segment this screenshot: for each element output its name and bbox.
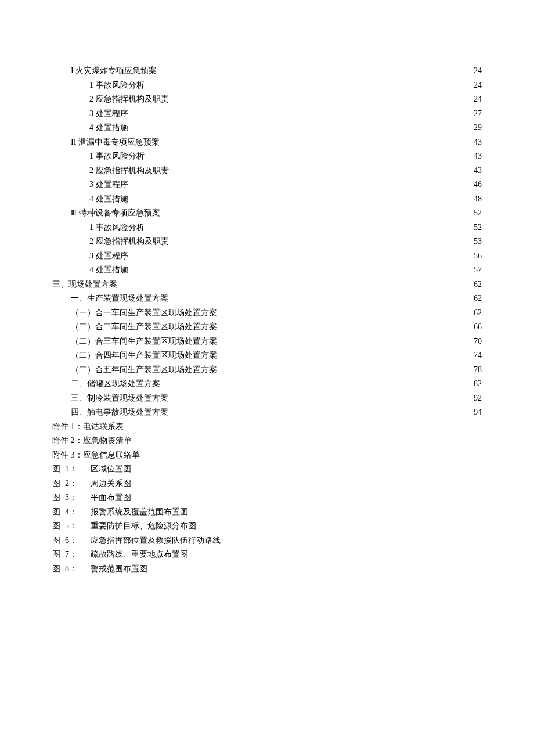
toc-page-number: 78: [472, 363, 482, 377]
toc-label: 四、触电事故现场处置方案: [71, 405, 168, 420]
toc-entry: 2 应急指挥机构及职责 53: [52, 235, 482, 249]
toc-page-number: 57: [472, 263, 482, 278]
toc-label: II 泄漏中毒专项应急预案: [71, 135, 160, 150]
toc-page-number: 27: [472, 107, 482, 121]
toc-page-number: 52: [472, 206, 482, 221]
toc-entry: 2 应急指挥机构及职责 43: [52, 164, 482, 178]
toc-page-number: 24: [472, 78, 482, 93]
figure-number: 8：: [65, 562, 91, 577]
toc-page-number: 56: [472, 249, 482, 264]
toc-entry: （二）合三车间生产装置区现场处置方案70: [52, 334, 482, 349]
toc-page-number: 46: [472, 178, 482, 192]
figure-label: 图: [52, 562, 65, 577]
figure-number: 5：: [65, 519, 91, 534]
toc-page-number: 43: [472, 135, 482, 150]
toc-page-number: 48: [472, 192, 482, 207]
figure-line: 图1：区域位置图: [52, 462, 482, 477]
figure-label: 图: [52, 462, 65, 477]
toc-label: 1 事故风险分析: [89, 149, 145, 164]
figure-label: 图: [52, 491, 65, 505]
toc-label: 4 处置措施: [89, 121, 128, 135]
toc-label: （二）合二车间生产装置区现场处置方案: [71, 320, 217, 334]
figure-title: 平面布置图: [91, 491, 482, 505]
figure-label: 图: [52, 548, 65, 562]
figure-label: 图: [52, 519, 65, 534]
toc-entry: （一）合一车间生产装置区现场处置方案62: [52, 306, 482, 321]
toc-label: （二）合五年间生产装置区现场处置方案: [71, 363, 217, 377]
toc-page-number: 24: [472, 92, 482, 107]
attachment-line: 附件 2：应急物资清单: [52, 434, 482, 448]
figure-number: 6：: [65, 534, 91, 548]
figure-number: 7：: [65, 548, 91, 562]
toc-entry: （二）合五年间生产装置区现场处置方案78: [52, 363, 482, 377]
toc-entry: 4 处置措施 48: [52, 192, 482, 207]
toc-entry: 2 应急指挥机构及职责 24: [52, 92, 482, 107]
figure-label: 图: [52, 505, 65, 520]
toc-entry: （二）合二车间生产装置区现场处置方案66: [52, 320, 482, 334]
toc-label: 2 应急指挥机构及职责: [89, 235, 169, 249]
toc-page-number: 74: [472, 348, 482, 363]
toc-label: 二、储罐区现场处置方案: [71, 377, 160, 391]
toc-label: 2 应急指挥机构及职责: [89, 92, 169, 107]
toc-page-number: 43: [472, 164, 482, 178]
figure-number: 2：: [65, 477, 91, 491]
toc-page-number: 43: [472, 149, 482, 164]
toc-page-number: 62: [472, 278, 482, 292]
toc-entry: 1 事故风险分析 43: [52, 149, 482, 164]
toc-entry: I 火灾爆炸专项应急预案 24: [52, 64, 482, 78]
toc-entry: 1 事故风险分析 24: [52, 78, 482, 93]
figure-title: 疏散路线、重要地点布置图: [91, 548, 482, 562]
toc-label: I 火灾爆炸专项应急预案: [71, 64, 157, 78]
attachments-list: 附件 1：电话联系表附件 2：应急物资清单附件 3：应急信息联络单: [52, 420, 482, 463]
toc-label: 3 处置程序: [89, 107, 128, 121]
toc-label: 三、制冷装置现场处置方案: [71, 391, 168, 406]
toc-entry: 3 处置程序 56: [52, 249, 482, 264]
toc-label: 3 处置程序: [89, 249, 128, 264]
toc-entry: （二）合四年间生产装置区现场处置方案74: [52, 348, 482, 363]
toc-entry: 1 事故风险分析 52: [52, 221, 482, 235]
attachment-line: 附件 3：应急信息联络单: [52, 448, 482, 463]
figure-line: 图6：应急指挥部位置及救援队伍行动路线: [52, 534, 482, 548]
toc-entry: 二、储罐区现场处置方案 82: [52, 377, 482, 391]
toc-label: 1 事故风险分析: [89, 221, 145, 235]
toc-entry: 4 处置措施 57: [52, 263, 482, 278]
toc-page-number: 62: [472, 306, 482, 321]
figure-line: 图5：重要防护目标、危险源分布图: [52, 519, 482, 534]
toc-label: 4 处置措施: [89, 192, 128, 207]
table-of-contents: I 火灾爆炸专项应急预案 241 事故风险分析 242 应急指挥机构及职责 24…: [52, 64, 482, 420]
figure-title: 周边关系图: [91, 477, 482, 491]
toc-entry: 3 处置程序 46: [52, 178, 482, 192]
figure-label: 图: [52, 477, 65, 491]
toc-label: （二）合四年间生产装置区现场处置方案: [71, 348, 217, 363]
toc-page-number: 82: [472, 377, 482, 391]
toc-label: 4 处置措施: [89, 263, 128, 278]
toc-label: （一）合一车间生产装置区现场处置方案: [71, 306, 217, 321]
figure-line: 图3：平面布置图: [52, 491, 482, 505]
figure-line: 图7：疏散路线、重要地点布置图: [52, 548, 482, 562]
figure-label: 图: [52, 534, 65, 548]
toc-label: Ⅲ 特种设备专项应急预案: [71, 206, 160, 221]
toc-page-number: 92: [472, 391, 482, 406]
toc-page-number: 70: [472, 334, 482, 349]
figure-line: 图2：周边关系图: [52, 477, 482, 491]
attachment-line: 附件 1：电话联系表: [52, 420, 482, 434]
figure-title: 警戒范围布置图: [91, 562, 482, 577]
toc-entry: 一、生产装置现场处置方案 62: [52, 291, 482, 306]
toc-page-number: 94: [472, 405, 482, 420]
toc-label: 1 事故风险分析: [89, 78, 145, 93]
figure-number: 3：: [65, 491, 91, 505]
toc-entry: 三、制冷装置现场处置方案 92: [52, 391, 482, 406]
toc-page-number: 24: [472, 64, 482, 78]
figure-title: 区域位置图: [91, 462, 482, 477]
figure-line: 图8：警戒范围布置图: [52, 562, 482, 577]
figure-title: 应急指挥部位置及救援队伍行动路线: [91, 534, 482, 548]
toc-label: （二）合三车间生产装置区现场处置方案: [71, 334, 217, 349]
figure-number: 4：: [65, 505, 91, 520]
toc-entry: 三、现场处置方案 62: [52, 278, 482, 292]
figure-number: 1：: [65, 462, 91, 477]
toc-page-number: 66: [472, 320, 482, 334]
toc-page-number: 29: [472, 121, 482, 135]
toc-page-number: 53: [472, 235, 482, 249]
toc-label: 3 处置程序: [89, 178, 128, 192]
toc-label: 2 应急指挥机构及职责: [89, 164, 169, 178]
